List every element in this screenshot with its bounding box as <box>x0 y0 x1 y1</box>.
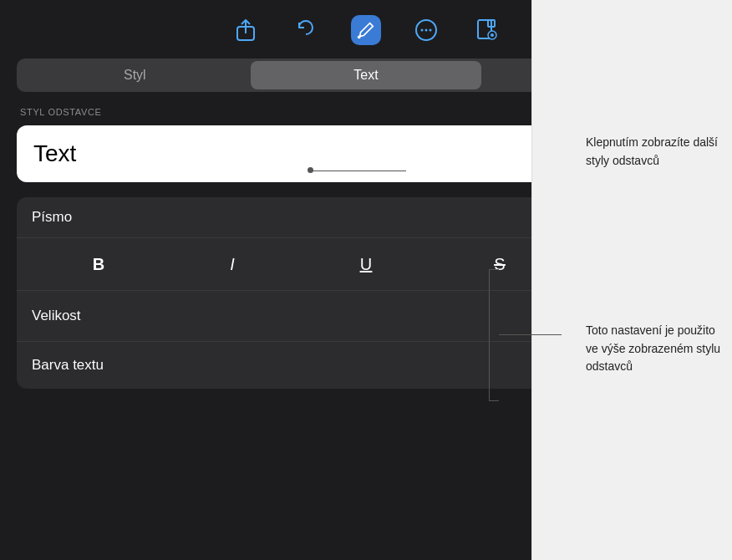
share-icon[interactable] <box>231 15 261 45</box>
italic-button[interactable]: I <box>214 248 251 280</box>
underline-button[interactable]: U <box>348 248 384 280</box>
font-section-bracket-hline <box>499 334 562 335</box>
svg-point-5 <box>430 29 432 32</box>
paragraph-style-name: Text <box>33 140 76 167</box>
more-options-icon[interactable] <box>411 15 441 45</box>
strikethrough-button[interactable]: S <box>481 248 518 280</box>
size-label: Velikost <box>32 308 81 324</box>
tab-styl[interactable]: Styl <box>19 61 251 89</box>
annotation-area <box>531 0 732 560</box>
svg-point-1 <box>358 35 361 38</box>
callout1-connector-line <box>310 171 406 171</box>
font-section-bracket <box>489 269 499 401</box>
svg-point-4 <box>425 29 428 32</box>
tab-text[interactable]: Text <box>251 61 482 89</box>
markup-icon[interactable] <box>351 15 381 45</box>
svg-point-3 <box>421 29 424 32</box>
callout1-connector-dot <box>308 167 313 173</box>
document-icon[interactable] <box>471 15 501 45</box>
svg-point-9 <box>491 33 494 37</box>
undo-icon[interactable] <box>291 15 321 45</box>
color-label: Barva textu <box>32 357 104 374</box>
callout2-text: Toto nastavení je použito ve výše zobraz… <box>586 322 724 376</box>
callout1-text: Klepnutím zobrazíte další styly odstavců <box>586 134 724 170</box>
bold-button[interactable]: B <box>80 248 117 280</box>
font-label: Písmo <box>32 209 72 226</box>
